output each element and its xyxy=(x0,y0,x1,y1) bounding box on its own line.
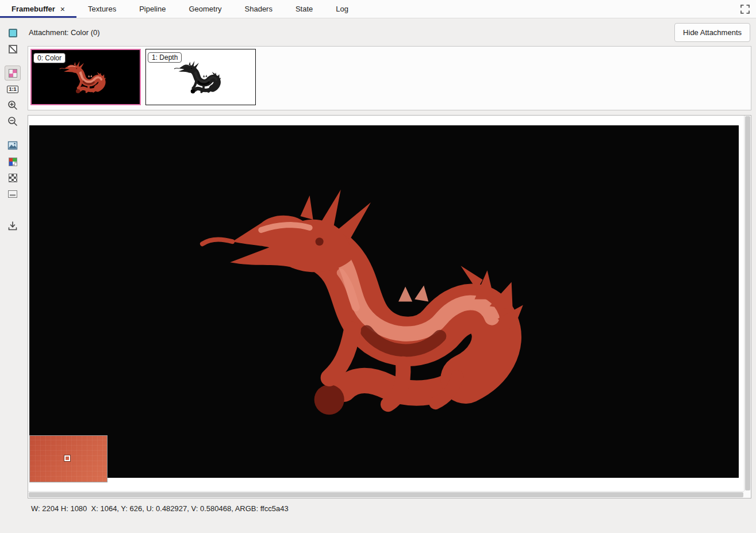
tab-pipeline-label: Pipeline xyxy=(139,5,166,13)
attachment-thumb-depth[interactable]: 1: Depth xyxy=(145,49,256,105)
tab-pipeline[interactable]: Pipeline xyxy=(128,0,177,18)
tab-framebuffer-label: Framebuffer xyxy=(11,5,55,13)
content-area: 1:1 Attachment: Color (0) Hide xyxy=(0,18,756,533)
attachments-strip: 0: Color 1: Depth xyxy=(28,46,751,110)
dragon-render xyxy=(29,125,739,478)
horizontal-scrollbar-thumb[interactable] xyxy=(29,492,743,497)
scrollbar-corner xyxy=(744,491,751,498)
pixel-magnifier-preview xyxy=(29,435,108,482)
picked-pixel-cursor xyxy=(64,455,70,461)
flat-rect-glyph xyxy=(8,190,17,198)
magenta-square-glyph xyxy=(9,69,17,78)
tab-framebuffer[interactable]: Framebuffer × xyxy=(0,0,76,18)
main-panel: Attachment: Color (0) Hide Attachments 0… xyxy=(25,18,756,533)
magenta-checker-icon[interactable] xyxy=(5,66,21,80)
solid-color-icon[interactable] xyxy=(5,25,21,40)
horizontal-scrollbar[interactable] xyxy=(28,491,744,498)
close-tab-icon[interactable]: × xyxy=(60,5,65,13)
attachment-header: Attachment: Color (0) Hide Attachments xyxy=(28,18,751,46)
rgb-palette-glyph xyxy=(9,158,17,166)
tab-state-label: State xyxy=(296,5,313,13)
tab-geometry-label: Geometry xyxy=(189,5,221,13)
tab-shaders-label: Shaders xyxy=(245,5,273,13)
attachment-thumb-color[interactable]: 0: Color xyxy=(30,49,141,105)
zoom-in-icon[interactable] xyxy=(5,98,21,113)
vertical-scrollbar-thumb[interactable] xyxy=(745,116,750,490)
checkerboard-background-icon[interactable] xyxy=(5,170,21,185)
zoom-out-icon[interactable] xyxy=(5,114,21,129)
tab-log[interactable]: Log xyxy=(324,0,360,18)
alpha-slash-icon[interactable] xyxy=(5,41,21,56)
tab-state[interactable]: State xyxy=(284,0,324,18)
tab-textures-label: Textures xyxy=(88,5,116,13)
tab-log-label: Log xyxy=(336,5,348,13)
image-icon[interactable] xyxy=(5,138,21,153)
one-to-one-icon[interactable]: 1:1 xyxy=(5,82,21,97)
framebuffer-viewport xyxy=(28,115,751,499)
slash-square-glyph xyxy=(9,45,17,53)
checker-glyph xyxy=(9,174,17,182)
cyan-square-glyph xyxy=(9,29,17,37)
tab-shaders[interactable]: Shaders xyxy=(233,0,284,18)
fullscreen-icon[interactable] xyxy=(738,2,753,17)
channels-palette-icon[interactable] xyxy=(5,154,21,169)
status-bar: W: 2204 H: 1080 X: 1064, Y: 626, U: 0.48… xyxy=(28,499,751,518)
flat-background-icon[interactable] xyxy=(5,186,21,201)
one-to-one-label: 1:1 xyxy=(7,86,18,93)
attachment-label: Attachment: Color (0) xyxy=(29,28,100,37)
hide-attachments-button[interactable]: Hide Attachments xyxy=(674,23,750,42)
tab-geometry[interactable]: Geometry xyxy=(177,0,233,18)
tab-bar: Framebuffer × Textures Pipeline Geometry… xyxy=(0,0,756,18)
vertical-scrollbar[interactable] xyxy=(744,116,751,491)
framebuffer-image[interactable] xyxy=(29,125,739,478)
viewport-canvas[interactable] xyxy=(29,116,743,490)
attachment-chip-color: 0: Color xyxy=(33,53,66,63)
left-toolbar: 1:1 xyxy=(0,18,25,533)
tab-textures[interactable]: Textures xyxy=(76,0,128,18)
save-image-icon[interactable] xyxy=(5,218,21,233)
attachment-chip-depth: 1: Depth xyxy=(148,52,182,63)
